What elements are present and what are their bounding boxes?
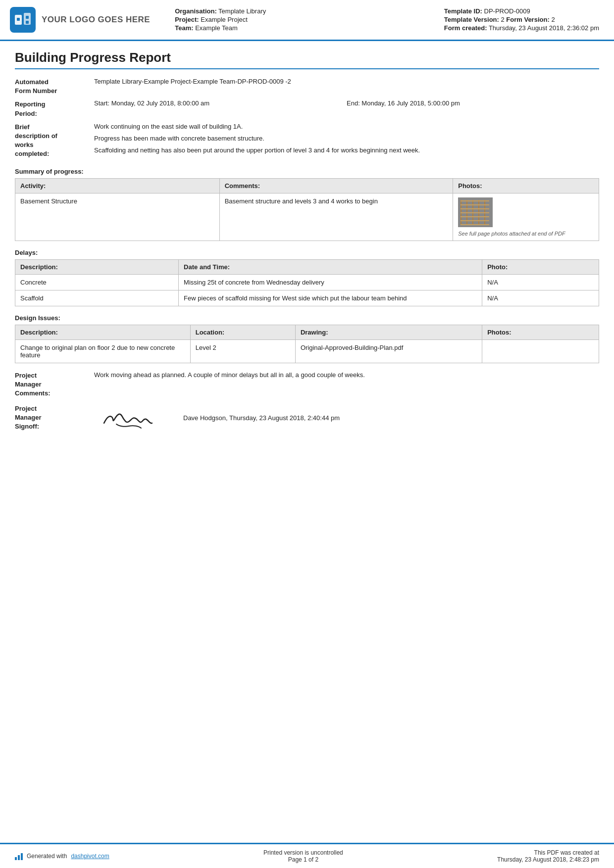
reporting-period-label: ReportingPeriod: xyxy=(15,99,94,118)
footer: Generated with dashpivot.com Printed ver… xyxy=(0,843,614,868)
delays-col-datetime: Date and Time: xyxy=(179,259,482,274)
design-col-drawing: Drawing: xyxy=(295,325,482,339)
form-number-value: Template Library-Example Project-Example… xyxy=(94,77,599,86)
design-location-1: Level 2 xyxy=(190,339,295,363)
summary-col-comments: Comments: xyxy=(219,178,453,193)
delays-col-photo: Photo: xyxy=(482,259,599,274)
design-photos-1 xyxy=(482,339,599,363)
page: YOUR LOGO GOES HERE Organisation: Templa… xyxy=(0,0,614,868)
footer-logo-bars xyxy=(15,852,23,860)
delays-photo-2: N/A xyxy=(482,290,599,306)
design-issues-header-row: Description: Location: Drawing: Photos: xyxy=(15,325,599,339)
brief-desc-value: Work continuing on the east side wall of… xyxy=(94,122,599,155)
template-version-row: Template Version: 2 Form Version: 2 xyxy=(444,16,599,23)
delays-datetime-1: Missing 25t of concrete from Wednesday d… xyxy=(179,274,482,290)
footer-generated-text: Generated with xyxy=(27,853,67,860)
report-title: Building Progress Report xyxy=(15,50,599,69)
delays-photo-1: N/A xyxy=(482,274,599,290)
signature-image xyxy=(94,403,163,433)
footer-link[interactable]: dashpivot.com xyxy=(71,853,109,860)
summary-activity-1: Basement Structure xyxy=(15,193,220,241)
pm-section: ProjectManagerComments: Work moving ahea… xyxy=(15,371,599,433)
design-issues-row-1: Change to original plan on floor 2 due t… xyxy=(15,339,599,363)
summary-photos-1: See full page photos attached at end of … xyxy=(453,193,599,241)
footer-center: Printed version is uncontrolled Page 1 o… xyxy=(263,849,343,863)
design-col-location: Location: xyxy=(190,325,295,339)
footer-page-of: of 2 xyxy=(308,856,318,863)
summary-col-activity: Activity: xyxy=(15,178,220,193)
scaffold-art xyxy=(458,197,492,226)
brief-desc-line-1: Work continuing on the east side wall of… xyxy=(94,122,599,131)
team-label: Team: xyxy=(175,24,193,32)
project-value: Example Project xyxy=(201,16,248,23)
reporting-period-start: Start: Monday, 02 July 2018, 8:00:00 am xyxy=(94,99,347,107)
org-row: Organisation: Template Library xyxy=(175,7,429,15)
design-desc-1: Change to original plan on floor 2 due t… xyxy=(15,339,191,363)
svg-rect-3 xyxy=(26,16,29,19)
summary-row-1: Basement Structure Basement structure an… xyxy=(15,193,599,241)
delays-table: Description: Date and Time: Photo: Concr… xyxy=(15,259,599,306)
delays-datetime-2: Few pieces of scaffold missing for West … xyxy=(179,290,482,306)
delays-header-row: Description: Date and Time: Photo: xyxy=(15,259,599,274)
template-version-label: Template Version: xyxy=(444,16,499,23)
footer-bar-2 xyxy=(18,855,20,860)
design-issues-section-title: Design Issues: xyxy=(15,314,599,322)
photo-caption: See full page photos attached at end of … xyxy=(458,231,594,237)
footer-bar-3 xyxy=(21,853,23,860)
org-label: Organisation: xyxy=(175,7,217,15)
design-issues-table: Description: Location: Drawing: Photos: … xyxy=(15,325,599,363)
footer-left: Generated with dashpivot.com xyxy=(15,852,109,860)
brief-desc-line-2: Progress has been made with concrete bas… xyxy=(94,134,599,143)
pm-comments-label: ProjectManagerComments: xyxy=(15,371,94,398)
header: YOUR LOGO GOES HERE Organisation: Templa… xyxy=(0,0,614,41)
summary-col-photos: Photos: xyxy=(453,178,599,193)
team-value: Example Team xyxy=(195,24,238,32)
form-fields: AutomatedForm Number Template Library-Ex… xyxy=(15,77,599,159)
delays-desc-2: Scaffold xyxy=(15,290,179,306)
template-id-label: Template ID: xyxy=(444,7,482,15)
pm-signoff-label: ProjectManagerSignoff: xyxy=(15,404,94,432)
logo-area: YOUR LOGO GOES HERE xyxy=(10,7,150,33)
form-created-row: Form created: Thursday, 23 August 2018, … xyxy=(444,24,599,32)
delays-row-2: Scaffold Few pieces of scaffold missing … xyxy=(15,290,599,306)
logo-text: YOUR LOGO GOES HERE xyxy=(42,15,150,25)
reporting-period-value: Start: Monday, 02 July 2018, 8:00:00 am … xyxy=(94,99,599,107)
pm-comments-value: Work moving ahead as planned. A couple o… xyxy=(94,371,599,379)
delays-row-1: Concrete Missing 25t of concrete from We… xyxy=(15,274,599,290)
footer-bar-1 xyxy=(15,857,17,860)
brief-desc-row: Briefdescription ofworkscompleted: Work … xyxy=(15,122,599,159)
footer-right: This PDF was created at Thursday, 23 Aug… xyxy=(497,849,599,863)
summary-section-title: Summary of progress: xyxy=(15,168,599,175)
footer-created-text: This PDF was created at xyxy=(497,849,599,856)
logo-icon xyxy=(10,7,36,33)
reporting-period-row: ReportingPeriod: Start: Monday, 02 July … xyxy=(15,99,599,118)
pm-signoff-row: ProjectManagerSignoff: Dave Hodgson, Thu… xyxy=(15,403,599,433)
team-row: Team: Example Team xyxy=(175,24,429,32)
footer-page-current: 1 xyxy=(304,856,307,863)
pm-comments-row: ProjectManagerComments: Work moving ahea… xyxy=(15,371,599,398)
reporting-period-end: End: Monday, 16 July 2018, 5:00:00 pm xyxy=(347,99,599,107)
delays-section-title: Delays: xyxy=(15,249,599,256)
signature-svg xyxy=(97,404,161,432)
org-value: Template Library xyxy=(218,7,266,15)
summary-table-header-row: Activity: Comments: Photos: xyxy=(15,178,599,193)
brief-desc-line-3: Scaffolding and netting has also been pu… xyxy=(94,146,599,155)
form-created-label: Form created: xyxy=(444,24,487,32)
template-id-row: Template ID: DP-PROD-0009 xyxy=(444,7,599,15)
design-col-photos: Photos: xyxy=(482,325,599,339)
delays-desc-1: Concrete xyxy=(15,274,179,290)
pm-signoff-content: Dave Hodgson, Thursday, 23 August 2018, … xyxy=(94,403,599,433)
delays-col-desc: Description: xyxy=(15,259,179,274)
brief-desc-label: Briefdescription ofworkscompleted: xyxy=(15,122,94,159)
summary-comments-1: Basement structure and levels 3 and 4 wo… xyxy=(219,193,453,241)
form-number-label: AutomatedForm Number xyxy=(15,77,94,96)
main-content: Building Progress Report AutomatedForm N… xyxy=(0,41,614,640)
footer-page: Page 1 of 2 xyxy=(263,856,343,863)
footer-created-value: Thursday, 23 August 2018, 2:48:23 pm xyxy=(497,856,599,863)
form-version-label: Form Version: xyxy=(506,16,551,23)
footer-page-label: Page xyxy=(288,856,302,863)
svg-rect-2 xyxy=(17,18,20,21)
svg-rect-4 xyxy=(26,21,29,24)
header-right: Template ID: DP-PROD-0009 Template Versi… xyxy=(439,7,599,33)
design-col-desc: Description: xyxy=(15,325,191,339)
